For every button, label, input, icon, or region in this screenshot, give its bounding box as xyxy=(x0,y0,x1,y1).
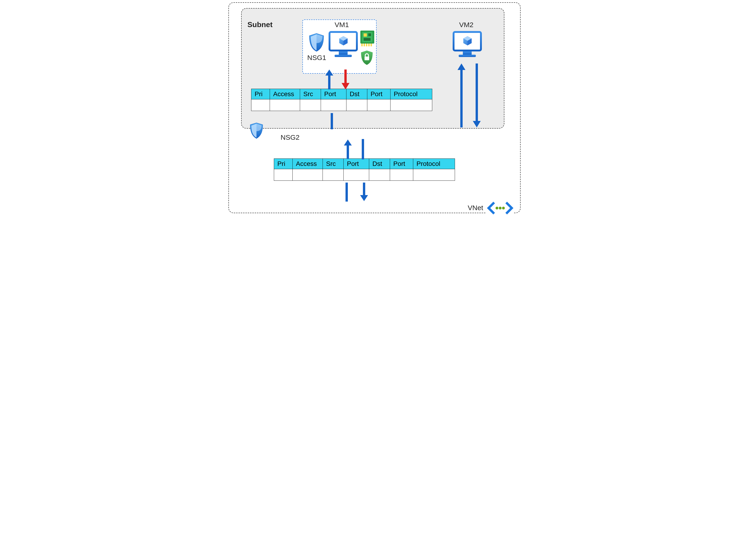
column-header: Protocol xyxy=(413,159,455,169)
vm2-label: VM2 xyxy=(459,21,473,29)
table-cell xyxy=(413,169,455,181)
svg-rect-9 xyxy=(368,33,371,36)
table-cell xyxy=(344,169,369,181)
table-cell xyxy=(323,169,344,181)
svg-rect-13 xyxy=(366,44,367,46)
column-header: Src xyxy=(300,89,321,99)
svg-rect-1 xyxy=(339,51,348,55)
svg-rect-8 xyxy=(364,33,367,37)
arrow-line-icon xyxy=(344,183,349,202)
svg-rect-16 xyxy=(365,57,369,60)
svg-marker-24 xyxy=(325,69,333,75)
svg-marker-29 xyxy=(344,139,352,145)
svg-rect-10 xyxy=(364,38,370,41)
nsg2-label: NSG2 xyxy=(281,133,300,141)
svg-rect-15 xyxy=(370,44,372,46)
diagram-canvas: Subnet VM1 NSG1 xyxy=(226,0,523,222)
arrow-up-icon xyxy=(342,139,354,159)
svg-marker-33 xyxy=(360,195,368,201)
svg-point-38 xyxy=(495,207,498,209)
table-cell xyxy=(270,99,300,111)
subnet-label: Subnet xyxy=(248,20,273,29)
column-header: Pri xyxy=(251,89,270,99)
arrow-down-icon xyxy=(471,63,483,128)
monitor-icon xyxy=(452,30,482,61)
arrow-line-icon xyxy=(329,113,334,129)
svg-rect-11 xyxy=(361,44,363,46)
column-header: Port xyxy=(321,89,346,99)
column-header: Src xyxy=(323,159,344,169)
column-header: Access xyxy=(293,159,323,169)
svg-marker-26 xyxy=(342,83,349,89)
arrow-up-icon xyxy=(323,69,335,90)
table-cell xyxy=(321,99,346,111)
vm1-label: VM1 xyxy=(335,21,349,29)
vnet-peering-icon xyxy=(486,202,514,215)
vnet-label: VNet xyxy=(466,204,485,212)
svg-point-40 xyxy=(502,207,505,209)
table-cell xyxy=(367,99,390,111)
svg-rect-12 xyxy=(364,44,365,46)
table-cell xyxy=(300,99,321,111)
arrow-down-icon xyxy=(340,69,351,90)
nsg1-label: NSG1 xyxy=(307,54,326,62)
table-cell xyxy=(251,99,270,111)
svg-point-39 xyxy=(499,207,501,209)
table-cell xyxy=(369,169,390,181)
network-card-icon xyxy=(359,30,376,47)
column-header: Port xyxy=(344,159,369,169)
table-cell xyxy=(274,169,293,181)
arrow-line-icon xyxy=(361,139,365,159)
svg-rect-19 xyxy=(459,55,476,57)
nsg-rules-table: PriAccessSrcPortDstPortProtocol xyxy=(251,89,432,111)
column-header: Port xyxy=(390,159,413,169)
nsg-rules-table: PriAccessSrcPortDstPortProtocol xyxy=(274,158,455,181)
table-cell xyxy=(390,169,413,181)
svg-rect-2 xyxy=(335,55,352,57)
svg-rect-18 xyxy=(463,51,472,55)
shield-icon xyxy=(249,122,264,139)
lock-shield-icon xyxy=(360,50,373,66)
column-header: Dst xyxy=(369,159,390,169)
svg-rect-14 xyxy=(368,44,370,46)
column-header: Pri xyxy=(274,159,293,169)
column-header: Access xyxy=(270,89,300,99)
table-cell xyxy=(346,99,367,111)
arrow-up-icon xyxy=(456,63,467,128)
column-header: Port xyxy=(367,89,390,99)
column-header: Dst xyxy=(346,89,367,99)
column-header: Protocol xyxy=(390,89,432,99)
monitor-icon xyxy=(328,30,358,61)
table-cell xyxy=(390,99,432,111)
arrow-down-icon xyxy=(358,183,370,202)
table-cell xyxy=(293,169,323,181)
shield-icon xyxy=(308,33,325,52)
svg-marker-35 xyxy=(457,64,465,70)
svg-marker-37 xyxy=(473,121,481,128)
